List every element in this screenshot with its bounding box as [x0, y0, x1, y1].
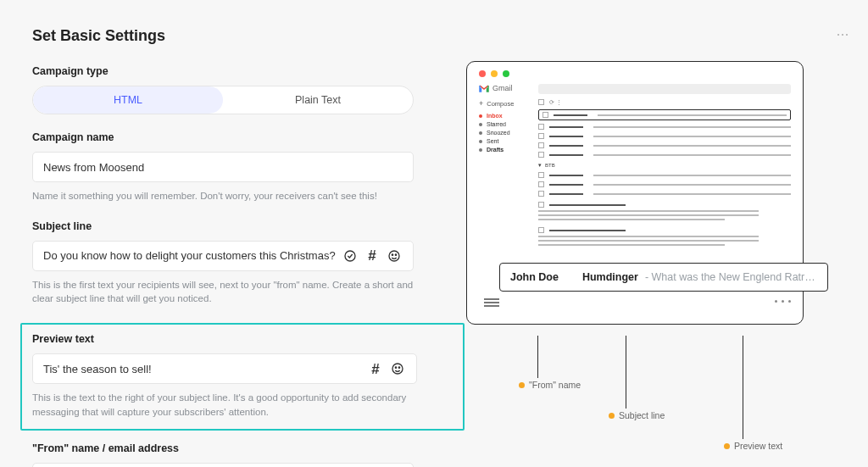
callout-dot-icon: [609, 413, 615, 419]
compose-button: +Compose: [479, 99, 538, 108]
personalize-icon[interactable]: #: [367, 360, 384, 377]
preview-subject: Humdinger: [582, 271, 638, 283]
campaign-name-input-wrap: [32, 152, 414, 182]
page-title: Set Basic Settings: [32, 27, 448, 45]
svg-point-0: [345, 251, 355, 261]
sidebar-item-inbox: Inbox: [479, 113, 538, 119]
subject-line-label: Subject line: [32, 220, 448, 232]
callout-from: "From" name: [519, 380, 581, 390]
preview-text-label: Preview text: [32, 333, 453, 345]
spam-check-icon[interactable]: [342, 247, 359, 264]
campaign-name-section: Campaign name Name it something you will…: [32, 131, 448, 203]
preview-text-highlight: Preview text # This is the text to the r…: [20, 323, 465, 431]
campaign-type-section: Campaign type HTML Plain Text: [32, 65, 448, 114]
emoji-icon[interactable]: [389, 360, 406, 377]
preview-text-input-wrap: #: [32, 353, 417, 384]
campaign-type-label: Campaign type: [32, 65, 448, 77]
window-controls: [467, 62, 803, 84]
maximize-dot-icon: [503, 70, 509, 77]
svg-point-2: [392, 254, 392, 255]
from-section: "From" name / email address Select an op…: [32, 442, 448, 467]
emoji-icon[interactable]: [386, 247, 403, 264]
svg-point-1: [389, 251, 399, 261]
subject-line-section: Subject line # This is the first text yo…: [32, 220, 448, 306]
svg-point-4: [392, 364, 403, 374]
sidebar-item-snoozed: Snoozed: [479, 130, 538, 136]
search-bar: [538, 84, 791, 94]
hamburger-icon: [484, 295, 499, 307]
campaign-type-plain[interactable]: Plain Text: [223, 86, 413, 114]
campaign-name-input[interactable]: [43, 161, 403, 174]
from-label: "From" name / email address: [32, 442, 448, 454]
campaign-type-html[interactable]: HTML: [33, 86, 223, 114]
sidebar-item-sent: Sent: [479, 138, 538, 144]
preview-text-input[interactable]: [43, 363, 362, 375]
campaign-name-label: Campaign name: [32, 131, 448, 143]
preview-from: John Doe: [510, 271, 559, 283]
callout-line-from: [537, 336, 538, 378]
preview-text-help: This is the text to the right of your su…: [32, 391, 422, 419]
personalize-icon[interactable]: #: [364, 247, 381, 264]
callout-dot-icon: [519, 382, 525, 388]
email-row-selected: [538, 109, 791, 120]
svg-point-6: [398, 367, 399, 368]
campaign-type-toggle: HTML Plain Text: [32, 86, 414, 114]
sidebar-item-starred: Starred: [479, 121, 538, 127]
gmail-sidebar: Gmail +Compose Inbox Starred Snoozed Sen…: [479, 84, 538, 253]
gmail-main: ⟳ ⋮ ▾BTB: [538, 84, 791, 253]
inbox-preview-mock: Gmail +Compose Inbox Starred Snoozed Sen…: [466, 61, 804, 325]
campaign-name-help: Name it something you will remember. Don…: [32, 189, 448, 203]
svg-point-3: [395, 254, 396, 255]
callout-subject: Subject line: [609, 410, 665, 420]
subject-line-input[interactable]: [43, 249, 337, 262]
inbox-preview-bar: John Doe Humdinger - What was the New En…: [499, 263, 828, 292]
minimize-dot-icon: [491, 70, 498, 77]
callout-line-subject: [626, 336, 626, 409]
gmail-logo: Gmail: [479, 84, 538, 92]
callout-preview: Preview text: [724, 441, 782, 451]
subject-line-help: This is the first text your recipients w…: [32, 278, 431, 306]
more-icon: [837, 34, 848, 36]
subject-line-input-wrap: #: [32, 241, 414, 271]
callout-dot-icon: [724, 443, 730, 449]
from-select[interactable]: Select an option: [32, 463, 414, 467]
sidebar-item-drafts: Drafts: [479, 147, 538, 153]
close-dot-icon: [479, 70, 486, 77]
preview-text: - What was the New Englend Ratriots…: [645, 271, 817, 283]
svg-point-5: [395, 367, 396, 368]
callout-line-preview: [743, 336, 743, 439]
